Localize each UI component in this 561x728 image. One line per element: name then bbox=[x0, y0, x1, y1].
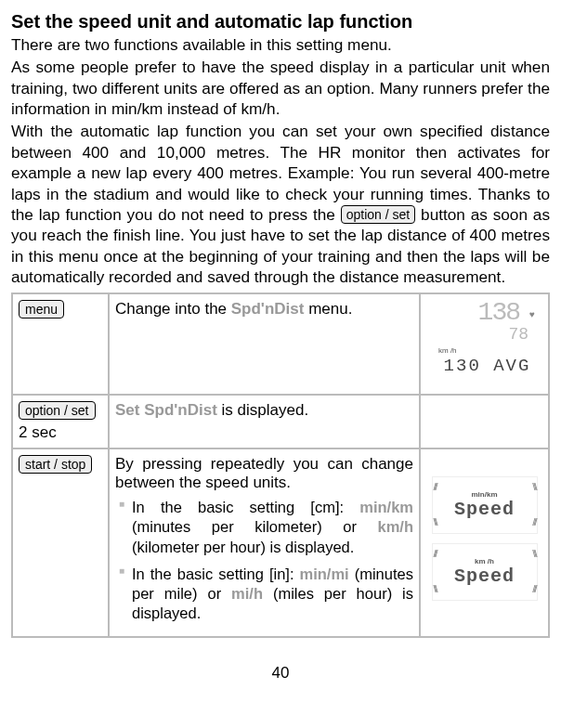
start-stop-button: start / stop bbox=[19, 455, 92, 474]
list-item: In the basic setting [in]: min/mi (minut… bbox=[115, 565, 413, 623]
intro-para-1: There are two functions available in thi… bbox=[11, 34, 550, 55]
step-button-cell: option / set 2 sec bbox=[12, 395, 109, 448]
menu-button: menu bbox=[19, 300, 64, 318]
step-button-cell: start / stop bbox=[12, 448, 109, 637]
option-set-button-inline: option / set bbox=[341, 205, 416, 224]
instruction-table: menu Change into the Spd'nDist menu. 138… bbox=[11, 292, 550, 638]
option-set-button: option / set bbox=[19, 401, 96, 420]
hold-duration: 2 sec bbox=[19, 423, 102, 442]
lcd-display-icon: ///\\\ min/km Speed \\\/// bbox=[432, 476, 538, 534]
list-item: In the basic setting [cm]: min/km (minut… bbox=[115, 498, 413, 556]
step-description: Set Spd'nDist is displayed. bbox=[109, 395, 420, 448]
intro-para-3: With the automatic lap function you can … bbox=[11, 121, 550, 287]
bullet-list: In the basic setting [cm]: min/km (minut… bbox=[115, 498, 413, 623]
lcd-display-icon: ///\\\ km /h Speed \\\/// bbox=[432, 543, 538, 601]
lcd-display-icon: 138 ♥ 78 km /h 130 AVG bbox=[431, 300, 538, 388]
step-description: By pressing repeatedly you can change be… bbox=[109, 448, 420, 637]
intro-para-2: As some people prefer to have the speed … bbox=[11, 57, 550, 119]
step-description: Change into the Spd'nDist menu. bbox=[109, 293, 420, 395]
step-display: ///\\\ min/km Speed \\\/// ///\\\ km /h … bbox=[420, 448, 549, 637]
page-number: 40 bbox=[11, 664, 550, 682]
step-button-cell: menu bbox=[12, 293, 109, 395]
table-row: option / set 2 sec Set Spd'nDist is disp… bbox=[12, 395, 549, 448]
page-title: Set the speed unit and automatic lap fun… bbox=[11, 11, 550, 32]
step-display: 138 ♥ 78 km /h 130 AVG bbox=[420, 293, 549, 395]
table-row: start / stop By pressing repeatedly you … bbox=[12, 448, 549, 637]
step-display bbox=[420, 395, 549, 448]
table-row: menu Change into the Spd'nDist menu. 138… bbox=[12, 293, 549, 395]
heart-icon: ♥ bbox=[529, 309, 535, 319]
